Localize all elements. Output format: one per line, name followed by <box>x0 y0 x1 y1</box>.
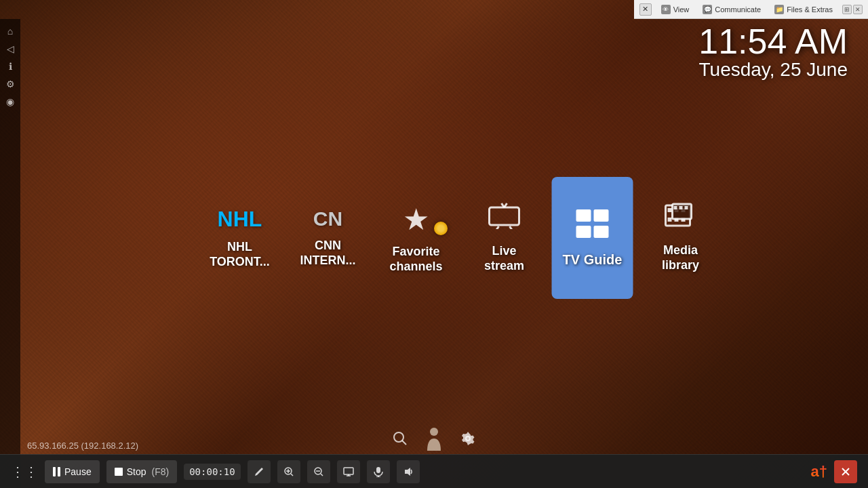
mic-button[interactable] <box>367 460 390 483</box>
sidebar-info-icon[interactable]: ℹ <box>3 60 17 73</box>
view-label: View <box>673 5 690 14</box>
settings-icon[interactable] <box>458 428 478 449</box>
channel-item-livestream[interactable]: Live stream <box>464 177 545 299</box>
sidebar-home-icon[interactable]: ⌂ <box>3 24 17 38</box>
svg-rect-4 <box>576 209 591 222</box>
search-icon[interactable] <box>390 428 410 449</box>
medialibrary-film-icon <box>665 203 697 235</box>
svg-rect-17 <box>679 206 683 209</box>
stop-button[interactable]: Stop (F8) <box>106 460 177 483</box>
zoom-out-button[interactable] <box>307 460 330 483</box>
svg-rect-5 <box>594 209 609 222</box>
remote-toolbar: ✕ 👁 View 💬 Communicate 📁 Files & Extras … <box>634 0 868 19</box>
favorites-name: Favorite channels <box>382 245 450 274</box>
cnn-logo: CN <box>313 207 342 230</box>
files-label: Files & Extras <box>787 5 833 14</box>
close-session-button[interactable] <box>834 460 857 483</box>
toolbar-close-btn[interactable]: ✕ <box>639 3 652 16</box>
svg-rect-29 <box>344 468 353 474</box>
nhl-logo: NHL <box>218 207 262 232</box>
svg-line-2 <box>510 226 513 229</box>
communicate-icon: 💬 <box>703 5 712 14</box>
clock-date: Tuesday, 25 June <box>698 59 848 81</box>
toolbar-communicate-btn[interactable]: 💬 Communicate <box>698 3 765 16</box>
svg-rect-16 <box>674 206 677 209</box>
resize-controls: ⊞ ✕ <box>842 5 863 14</box>
channel-item-medialibrary[interactable]: Media library <box>640 177 722 299</box>
pause-button[interactable]: Pause <box>45 460 100 483</box>
svg-line-20 <box>402 441 406 445</box>
at-branding: a† <box>811 463 827 481</box>
svg-marker-35 <box>405 468 410 476</box>
sidebar-back-icon[interactable]: ◁ <box>3 42 17 56</box>
stop-key: (F8) <box>152 466 170 477</box>
livestream-tv-icon <box>488 202 521 236</box>
zoom-in-button[interactable] <box>277 460 300 483</box>
tvguide-grid-icon <box>575 208 610 243</box>
cursor <box>434 222 448 235</box>
channel-item-cnn[interactable]: CN CNN INTERN... <box>288 177 369 299</box>
svg-rect-32 <box>376 467 380 473</box>
svg-rect-18 <box>685 206 688 209</box>
svg-rect-9 <box>668 208 672 212</box>
svg-rect-12 <box>668 218 672 222</box>
clock-widget: 11:54 AM Tuesday, 25 June <box>698 24 848 81</box>
svg-point-21 <box>430 428 438 436</box>
livestream-name: Live stream <box>471 244 538 273</box>
channel-grid: NHL NHL TORONT... CN CNN INTERN... ★ Fav… <box>199 177 722 299</box>
channel-item-tvguide[interactable]: TV Guide <box>552 177 633 299</box>
svg-line-1 <box>496 226 499 229</box>
svg-rect-0 <box>490 207 519 225</box>
pencil-button[interactable] <box>248 460 271 483</box>
toolbar-files-btn[interactable]: 📁 Files & Extras <box>770 3 837 16</box>
toolbar-view-btn[interactable]: 👁 View <box>657 3 694 16</box>
cnn-name: CNN INTERN... <box>294 239 362 268</box>
timer-display: 00:00:10 <box>184 464 240 480</box>
pause-icon <box>53 467 60 476</box>
resize-btn-2[interactable]: ✕ <box>853 5 863 14</box>
pause-label: Pause <box>64 466 92 477</box>
stop-label: Stop <box>127 466 146 477</box>
svg-rect-6 <box>576 226 591 238</box>
bottom-center-icons <box>390 426 478 451</box>
svg-line-23 <box>291 474 293 476</box>
volume-button[interactable] <box>397 460 420 483</box>
favorites-star-icon: ★ <box>403 202 429 237</box>
bottom-toolbar: ⋮⋮ Pause Stop (F8) 00:00:10 <box>0 454 868 488</box>
left-sidebar: ⌂ ◁ ℹ ⚙ ◉ <box>0 19 20 488</box>
view-icon: 👁 <box>661 5 671 14</box>
clock-time: 11:54 AM <box>698 24 848 59</box>
files-icon: 📁 <box>774 5 784 14</box>
tvguide-name: TV Guide <box>563 251 623 268</box>
svg-rect-7 <box>594 226 609 238</box>
nhl-name: NHL TORONT... <box>206 240 274 269</box>
svg-line-27 <box>321 474 323 476</box>
stop-icon <box>115 468 123 476</box>
sidebar-settings-icon[interactable]: ⚙ <box>3 77 17 91</box>
medialibrary-name: Media library <box>647 243 715 272</box>
channel-item-favorites[interactable]: ★ Favorite channels <box>376 177 457 299</box>
mascot-icon <box>424 426 444 451</box>
sidebar-profile-icon[interactable]: ◉ <box>3 95 17 108</box>
monitor-button[interactable] <box>337 460 360 483</box>
ip-display: 65.93.166.25 (192.168.2.12) <box>27 441 138 451</box>
channel-item-nhl[interactable]: NHL NHL TORONT... <box>199 177 281 299</box>
communicate-label: Communicate <box>715 5 761 14</box>
svg-point-19 <box>394 432 403 442</box>
toolbar-menu-icon[interactable]: ⋮⋮ <box>11 464 38 480</box>
resize-btn-1[interactable]: ⊞ <box>842 5 852 14</box>
